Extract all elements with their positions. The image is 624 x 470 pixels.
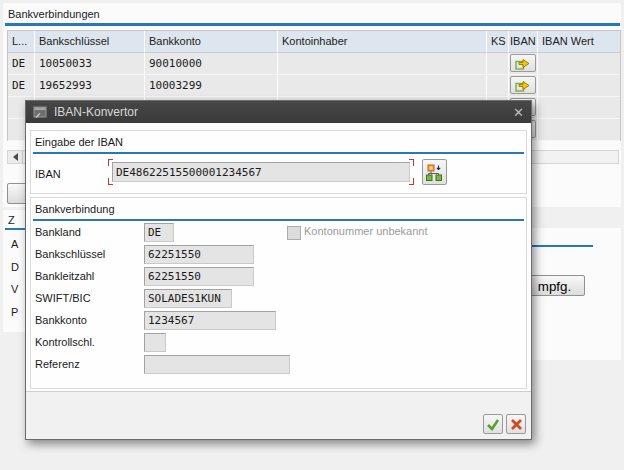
section-rule — [5, 23, 620, 26]
cell-land[interactable]: DE — [8, 75, 35, 97]
group-title: Bankverbindung — [35, 203, 115, 215]
referenz-input[interactable] — [144, 355, 290, 374]
referenz-label: Referenz — [35, 358, 80, 370]
cell-bankschluessel[interactable]: 19652993 — [35, 75, 145, 97]
close-icon[interactable]: ✕ — [513, 106, 524, 119]
hidden-field-label-fragment: P — [11, 306, 18, 318]
kontonummer-unbekannt-checkbox[interactable] — [287, 226, 301, 240]
hidden-section-title-fragment: Z — [8, 214, 15, 226]
right-panel-partial: mpfg. — [530, 228, 621, 360]
bankkonto-input[interactable] — [144, 311, 276, 330]
focus-bracket — [108, 178, 113, 185]
cell-bankkonto[interactable]: 90010000 — [145, 53, 278, 75]
scroll-left-button[interactable] — [8, 151, 23, 163]
cell-iban-wert[interactable] — [538, 75, 620, 97]
col-header-kontoinhaber[interactable]: Kontoinhaber — [278, 31, 487, 53]
dialog-window-icon — [33, 106, 48, 119]
hierarchy-convert-icon — [426, 164, 443, 181]
cancel-x-icon — [510, 418, 523, 431]
group-title: Eingabe der IBAN — [35, 136, 123, 148]
kontrollschl-input[interactable] — [144, 333, 166, 352]
cell-kontoinhaber[interactable] — [278, 53, 487, 75]
iban-field-label: IBAN — [35, 168, 61, 180]
scroll-left-arrow-icon — [13, 153, 18, 161]
bankkonto-label: Bankkonto — [35, 314, 87, 326]
hidden-field-label-fragment: V — [11, 283, 18, 295]
iban-field-focus-frame — [112, 162, 410, 182]
group-eingabe-der-iban: Eingabe der IBAN IBAN — [30, 130, 527, 194]
iban-convert-button[interactable] — [510, 76, 536, 94]
cell-iban-wert[interactable] — [538, 53, 620, 75]
hidden-field-label-fragment: A — [11, 238, 18, 250]
payee-button-partial[interactable]: mpfg. — [527, 275, 585, 296]
swift-bic-input[interactable] — [144, 289, 232, 308]
cell-ks[interactable] — [487, 75, 509, 97]
kontonummer-unbekannt-label: Kontonummer unbekannt — [304, 225, 428, 237]
swift-bic-label: SWIFT/BIC — [35, 292, 91, 304]
col-header-land[interactable]: L... — [8, 31, 35, 53]
bankland-label: Bankland — [35, 226, 81, 238]
focus-bracket — [409, 178, 414, 185]
confirm-button[interactable] — [483, 414, 503, 434]
cell-bankkonto[interactable]: 10003299 — [145, 75, 278, 97]
cell-iban-wert[interactable] — [538, 97, 620, 119]
bankschluessel-input[interactable] — [144, 245, 254, 264]
iban-arrow-icon — [515, 79, 531, 92]
iban-convert-button[interactable] — [510, 54, 536, 72]
group-bankverbindung: Bankverbindung Bankland Kontonummer unbe… — [30, 197, 527, 389]
group-rule — [33, 152, 524, 154]
cell-ks[interactable] — [487, 53, 509, 75]
hidden-field-label-fragment: D — [11, 261, 19, 273]
table-row[interactable]: DE 10050033 90010000 — [8, 53, 620, 75]
cell-iban-wert[interactable] — [538, 119, 620, 141]
dialog-titlebar[interactable]: IBAN-Konvertor ✕ — [26, 101, 531, 123]
dialog-title: IBAN-Konvertor — [54, 105, 138, 119]
section-rule — [530, 245, 593, 247]
bankleitzahl-label: Bankleitzahl — [35, 270, 94, 282]
col-header-iban[interactable]: IBAN — [509, 31, 538, 53]
col-header-bankkonto[interactable]: Bankkonto — [145, 31, 278, 53]
group-rule — [33, 219, 524, 221]
iban-konvertor-dialog: IBAN-Konvertor ✕ Eingabe der IBAN IBAN — [25, 100, 532, 440]
table-header-row: L... Bankschlüssel Bankkonto Kontoinhabe… — [8, 31, 620, 53]
kontrollschl-label: Kontrollschl. — [35, 336, 95, 348]
cell-kontoinhaber[interactable] — [278, 75, 487, 97]
focus-bracket — [409, 159, 414, 166]
bankland-input[interactable] — [144, 223, 174, 242]
cell-bankschluessel[interactable]: 10050033 — [35, 53, 145, 75]
bankleitzahl-input[interactable] — [144, 267, 254, 286]
panel-title: Bankverbindungen — [8, 8, 100, 20]
convert-to-bank-details-button[interactable] — [422, 159, 447, 185]
check-icon — [486, 417, 500, 431]
iban-input[interactable] — [112, 162, 410, 182]
bankschluessel-label: Bankschlüssel — [35, 248, 105, 260]
col-header-bankschluessel[interactable]: Bankschlüssel — [35, 31, 145, 53]
table-row[interactable]: DE 19652993 10003299 — [8, 75, 620, 97]
dialog-footer — [26, 391, 531, 439]
col-header-iban-wert[interactable]: IBAN Wert — [538, 31, 620, 53]
focus-bracket — [108, 159, 113, 166]
cell-land[interactable]: DE — [8, 53, 35, 75]
cancel-button[interactable] — [506, 414, 526, 434]
iban-arrow-icon — [515, 57, 531, 70]
col-header-ks[interactable]: KS — [487, 31, 509, 53]
